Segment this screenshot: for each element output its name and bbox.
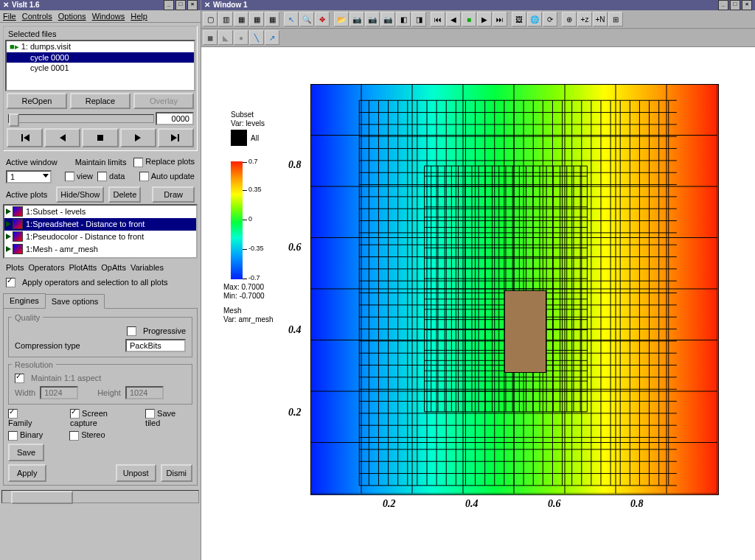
screen-capture-checkbox[interactable] xyxy=(70,409,80,419)
file-item[interactable]: cycle 0001 xyxy=(7,63,194,73)
open-icon[interactable]: 📂 xyxy=(334,12,349,27)
axis-z-icon[interactable]: +z xyxy=(577,12,592,27)
data-checkbox[interactable] xyxy=(97,172,107,181)
zoom-icon[interactable]: 🔍 xyxy=(299,12,314,27)
layout-2-icon[interactable]: ▥ xyxy=(218,12,233,27)
shape-tag-icon[interactable]: ◣ xyxy=(218,30,233,45)
x-tick: 0.6 xyxy=(548,498,561,510)
tab-save-options[interactable]: Save options xyxy=(45,294,105,309)
plots-menu[interactable]: Plots xyxy=(6,263,24,272)
maximize-icon[interactable]: □ xyxy=(175,0,186,10)
variables-menu[interactable]: Variables xyxy=(131,263,164,272)
binary-checkbox[interactable] xyxy=(8,431,18,441)
delete-plot-button[interactable]: Delete xyxy=(108,186,141,203)
opatts-menu[interactable]: OpAtts xyxy=(101,263,126,272)
save-button[interactable]: Save xyxy=(8,444,44,461)
menu-help[interactable]: Help xyxy=(131,12,147,21)
layout-4-icon[interactable]: ▦ xyxy=(234,12,248,27)
layout-1-icon[interactable]: ▢ xyxy=(203,12,218,27)
left-scrollbar[interactable] xyxy=(1,490,199,503)
camera-3-icon[interactable]: 📷 xyxy=(380,12,395,27)
menu-file[interactable]: File xyxy=(3,12,16,21)
layout-6-icon[interactable]: ▦ xyxy=(249,12,264,27)
axis-final-icon[interactable]: ⊞ xyxy=(608,12,623,27)
shape-cube-icon[interactable]: ◼ xyxy=(203,30,218,45)
left-titlebar: ✕ VisIt 1.6 _ □ × xyxy=(0,0,201,10)
camera-2-icon[interactable]: 📷 xyxy=(365,12,380,27)
close-icon[interactable]: × xyxy=(742,0,752,10)
maintain-aspect-checkbox[interactable] xyxy=(15,374,24,383)
dismiss-button[interactable]: Dismi xyxy=(161,464,193,482)
apply-all-checkbox[interactable] xyxy=(6,278,15,287)
shape-line-icon[interactable]: ╲ xyxy=(249,30,264,45)
apply-button[interactable]: Apply xyxy=(8,464,46,482)
tab-engines[interactable]: Engines xyxy=(3,293,46,308)
translate-icon[interactable]: ✥ xyxy=(315,12,330,27)
plot-list[interactable]: 1:Subset - levels 1:Spreadsheet - Distan… xyxy=(3,204,198,259)
select-icon[interactable]: ↖ xyxy=(284,12,299,27)
plot-row[interactable]: 1:Subset - levels xyxy=(4,206,196,218)
menu-controls[interactable]: Controls xyxy=(22,12,52,21)
expand-icon[interactable] xyxy=(6,221,11,227)
menu-options[interactable]: Options xyxy=(58,12,86,21)
close-icon[interactable]: × xyxy=(187,0,198,10)
view-checkbox[interactable] xyxy=(65,172,74,181)
time-slider[interactable] xyxy=(8,114,154,123)
minimize-icon[interactable]: _ xyxy=(164,0,174,10)
plotatts-menu[interactable]: PlotAtts xyxy=(69,263,97,272)
width-label: Width xyxy=(15,388,35,397)
axis-origin-icon[interactable]: ⊕ xyxy=(562,12,577,27)
compression-field[interactable]: PackBits xyxy=(125,339,186,352)
frame-field[interactable]: 0000 xyxy=(156,112,194,125)
file-root[interactable]: ■▸ 1: dumps.visit xyxy=(7,41,194,52)
minimize-icon[interactable]: _ xyxy=(718,0,728,10)
layout-9-icon[interactable]: ▦ xyxy=(265,12,279,27)
expand-icon[interactable] xyxy=(6,234,11,239)
step-back-button[interactable] xyxy=(44,128,80,147)
rewind-button[interactable] xyxy=(7,128,43,147)
stop-viewer-icon[interactable]: ■ xyxy=(462,12,476,27)
play-button[interactable] xyxy=(120,128,156,147)
cubes-icon[interactable]: ◨ xyxy=(411,12,426,27)
maximize-icon[interactable]: □ xyxy=(730,0,740,10)
progressive-checkbox[interactable] xyxy=(127,326,136,336)
unpost-button[interactable]: Unpost xyxy=(116,464,156,482)
hideshow-button[interactable]: Hide/Show xyxy=(56,186,104,203)
forward-button[interactable] xyxy=(158,128,194,147)
save-tiled-checkbox[interactable] xyxy=(145,409,155,419)
shape-circle-icon[interactable]: ● xyxy=(234,30,248,45)
globe-icon[interactable]: 🌐 xyxy=(527,12,542,27)
first-icon[interactable]: ⏮ xyxy=(431,12,445,27)
plot-type-icon xyxy=(13,244,23,254)
file-item[interactable]: cycle 0000 xyxy=(7,52,194,63)
plot-row[interactable]: 1:Mesh - amr_mesh xyxy=(4,243,196,256)
active-window-dropdown[interactable]: 1 xyxy=(6,170,52,183)
last-icon[interactable]: ⏭ xyxy=(493,12,507,27)
plot-row[interactable]: 1:Pseudocolor - Distance to front xyxy=(4,231,196,243)
next-icon[interactable]: ▶ xyxy=(477,12,492,27)
visualization-area[interactable]: Subset Var: levels All 0.7 0.35 0 -0.35 … xyxy=(201,47,755,560)
viewer-toolbar: ▢ ▥ ▦ ▦ ▦ ↖ 🔍 ✥ 📂 📷 📷 📷 ◧ ◨ ⏮ ◀ ■ ▶ ⏭ 🖼 … xyxy=(201,10,755,29)
shape-pointer-icon[interactable]: ↗ xyxy=(265,30,279,45)
axis-n-icon[interactable]: +N xyxy=(593,12,608,27)
file-tree[interactable]: ■▸ 1: dumps.visit cycle 0000 cycle 0001 xyxy=(5,40,195,91)
expand-icon[interactable] xyxy=(6,209,11,214)
reopen-button[interactable]: ReOpen xyxy=(7,93,67,109)
prev-icon[interactable]: ◀ xyxy=(446,12,461,27)
menu-windows[interactable]: Windows xyxy=(92,12,125,21)
cube-icon[interactable]: ◧ xyxy=(396,12,411,27)
stop-button[interactable] xyxy=(82,128,118,147)
expand-icon[interactable] xyxy=(6,246,11,252)
rotate-icon[interactable]: ⟳ xyxy=(543,12,557,27)
replace-plots-checkbox[interactable] xyxy=(133,158,143,167)
plot-row[interactable]: 1:Spreadsheet - Distance to front xyxy=(4,218,196,231)
operators-menu[interactable]: Operators xyxy=(28,263,64,272)
camera-1-icon[interactable]: 📷 xyxy=(349,12,364,27)
stereo-checkbox[interactable] xyxy=(69,431,79,441)
draw-button[interactable]: Draw xyxy=(152,186,195,203)
overlay-button[interactable]: Overlay xyxy=(133,93,194,109)
replace-button[interactable]: Replace xyxy=(70,93,131,109)
family-checkbox[interactable] xyxy=(8,409,18,419)
auto-update-checkbox[interactable] xyxy=(139,172,149,181)
screenshot-icon[interactable]: 🖼 xyxy=(512,12,526,27)
